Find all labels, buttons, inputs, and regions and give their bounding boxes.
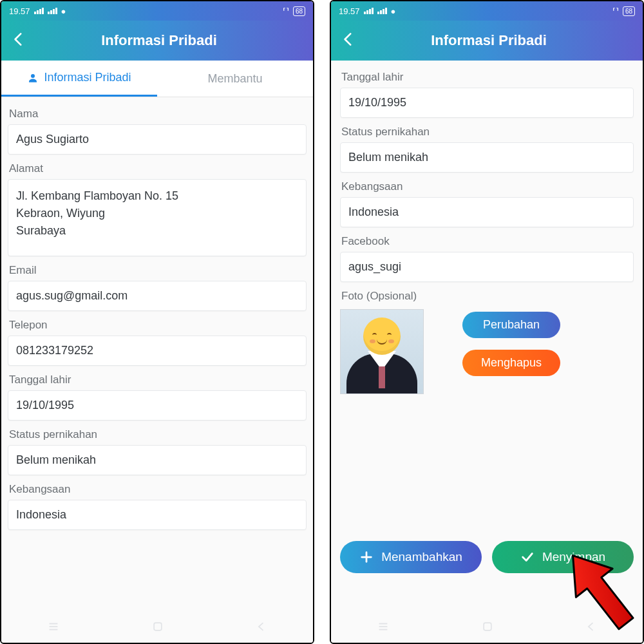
input-phone[interactable]: 081233179252 <box>8 336 307 366</box>
svg-rect-11 <box>484 623 491 630</box>
label-dob: Tanggal lahir <box>341 71 632 84</box>
input-name[interactable]: Agus Sugiarto <box>8 124 307 155</box>
soft-nav <box>1 613 313 643</box>
vibrate-icon: ⸢⸣ <box>283 6 289 16</box>
change-photo-button[interactable]: Perubahan <box>462 312 560 338</box>
label-nation: Kebangsaan <box>9 483 305 496</box>
nav-back-icon[interactable] <box>255 620 268 636</box>
svg-point-0 <box>31 74 35 78</box>
photo-thumbnail[interactable] <box>340 309 424 394</box>
status-bar: 19.57 ● ⸢⸣ 68 <box>331 1 643 21</box>
form-scroll-right[interactable]: Tanggal lahir 19/10/1995 Status pernikah… <box>331 61 643 643</box>
form-scroll-left[interactable]: Nama Agus Sugiarto Alamat Jl. Kembang Fl… <box>1 97 313 643</box>
phone-right: 19.57 ● ⸢⸣ 68 Informasi Pribadi Tanggal … <box>330 0 644 644</box>
tab-personal-info[interactable]: Informasi Pribadi <box>1 61 157 97</box>
nav-home-icon[interactable] <box>151 620 164 636</box>
signal-icon <box>34 8 44 14</box>
page-title: Informasi Pribadi <box>363 32 614 49</box>
input-marital[interactable]: Belum menikah <box>8 445 307 475</box>
label-nation: Kebangsaan <box>341 180 632 193</box>
input-nation[interactable]: Indonesia <box>340 197 634 227</box>
battery-indicator: 68 <box>623 6 635 16</box>
tab-help[interactable]: Membantu <box>157 61 313 97</box>
tab-bar: Informasi Pribadi Membantu <box>1 61 313 97</box>
app-bar: Informasi Pribadi <box>1 21 313 61</box>
nav-home-icon[interactable] <box>481 620 494 636</box>
signal-icon-2 <box>377 8 387 14</box>
app-bar: Informasi Pribadi <box>331 21 643 61</box>
battery-indicator: 68 <box>293 6 305 16</box>
back-icon[interactable] <box>10 31 27 50</box>
label-photo: Foto (Opsional) <box>341 290 632 303</box>
add-button[interactable]: Menambahkan <box>340 541 482 573</box>
input-dob[interactable]: 19/10/1995 <box>340 88 634 118</box>
label-marital: Status pernikahan <box>9 428 305 441</box>
page-title: Informasi Pribadi <box>33 32 285 49</box>
face-emoji-icon <box>363 317 401 355</box>
signal-icon <box>364 8 374 14</box>
add-button-label: Menambahkan <box>381 550 462 564</box>
status-time: 19.57 <box>9 6 30 16</box>
input-dob[interactable]: 19/10/1995 <box>8 390 307 421</box>
plus-icon <box>359 550 374 564</box>
label-name: Nama <box>9 108 305 120</box>
back-icon[interactable] <box>340 31 357 50</box>
nav-back-icon[interactable] <box>585 620 598 636</box>
nav-menu-icon[interactable] <box>46 620 61 637</box>
svg-rect-4 <box>154 623 162 630</box>
delete-photo-button[interactable]: Menghapus <box>462 350 560 376</box>
input-address[interactable]: Jl. Kembang Flamboyan No. 15 Kebraon, Wi… <box>8 179 307 256</box>
save-button[interactable]: Menyimpan <box>492 541 634 573</box>
input-facebook[interactable]: agus_sugi <box>340 252 634 282</box>
signal-icon-2 <box>48 8 57 14</box>
tab-personal-label: Informasi Pribadi <box>44 71 131 84</box>
vibrate-icon: ⸢⸣ <box>612 6 619 16</box>
input-marital[interactable]: Belum menikah <box>340 142 634 173</box>
label-email: Email <box>9 264 305 277</box>
nav-menu-icon[interactable] <box>376 620 390 637</box>
label-dob: Tanggal lahir <box>9 374 305 386</box>
label-address: Alamat <box>9 162 305 175</box>
notif-dot-icon: ● <box>61 6 66 16</box>
input-email[interactable]: agus.sug@gmail.com <box>8 281 307 311</box>
person-icon <box>27 72 39 84</box>
status-bar: 19.57 ● ⸢⸣ 68 <box>1 1 313 21</box>
notif-dot-icon: ● <box>391 6 396 16</box>
label-facebook: Facebook <box>341 235 632 248</box>
soft-nav <box>331 613 643 643</box>
label-phone: Telepon <box>9 319 305 332</box>
save-button-label: Menyimpan <box>542 550 605 564</box>
status-time: 19.57 <box>339 6 360 16</box>
label-marital: Status pernikahan <box>341 126 632 138</box>
phone-left: 19.57 ● ⸢⸣ 68 Informasi Pribadi Informas… <box>0 0 314 644</box>
check-icon <box>520 550 535 564</box>
tab-help-label: Membantu <box>207 72 262 86</box>
input-nation[interactable]: Indonesia <box>8 500 307 530</box>
